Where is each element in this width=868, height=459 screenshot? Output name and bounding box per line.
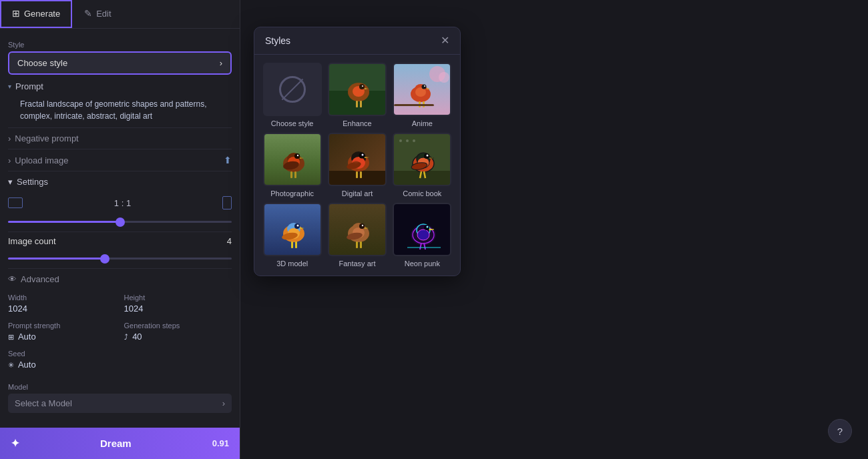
- dream-label: Dream: [100, 438, 132, 449]
- generation-steps-field: Generation steps ⤴ 40: [124, 322, 232, 342]
- dimensions-row: Width 1024 Height 1024: [8, 290, 232, 318]
- width-value[interactable]: 1024: [8, 304, 116, 314]
- svg-point-16: [422, 85, 427, 89]
- svg-point-54: [399, 139, 402, 142]
- eye-icon: 👁: [8, 274, 17, 284]
- svg-rect-66: [295, 242, 297, 248]
- style-card-neon[interactable]: Neon punk: [393, 203, 452, 268]
- image-count-row: Image count 4: [8, 232, 232, 248]
- style-card-comic-book[interactable]: Comic book: [393, 133, 452, 197]
- prompt-strength-field: Prompt strength ⊞ Auto: [8, 322, 116, 342]
- style-card-digital-art[interactable]: Digital art: [327, 133, 387, 197]
- svg-point-38: [361, 154, 363, 156]
- svg-rect-41: [356, 171, 358, 178]
- image-count-slider[interactable]: [8, 258, 232, 260]
- svg-rect-76: [360, 242, 362, 248]
- style-digital-art-image: [328, 133, 387, 186]
- right-area: Styles ✕ Choose style: [240, 0, 868, 459]
- style-3d-label: 3D model: [276, 260, 308, 268]
- seed-label: Seed: [8, 350, 116, 358]
- tab-generate[interactable]: ⊞ Generate: [0, 0, 72, 28]
- svg-point-71: [359, 223, 365, 229]
- generation-steps-label: Generation steps: [124, 322, 232, 330]
- svg-rect-8: [356, 101, 358, 107]
- seed-field: Seed ✳ Auto: [8, 350, 116, 370]
- model-selector[interactable]: Select a Model ›: [8, 394, 232, 413]
- settings-section: ▾ Settings 1 : 1 Image count 4: [8, 171, 232, 417]
- prompt-strength-value: ⊞ Auto: [8, 332, 116, 342]
- svg-rect-21: [394, 104, 434, 106]
- svg-rect-42: [360, 171, 362, 178]
- settings-header[interactable]: ▾ Settings: [8, 171, 232, 192]
- aspect-landscape-icon[interactable]: [8, 197, 23, 208]
- panel-content: Style Choose style › ▾ Prompt Fractal la…: [0, 29, 240, 428]
- aspect-icons-right: [222, 196, 232, 209]
- prompt-chevron-icon: ▾: [8, 83, 11, 90]
- chevron-right-icon: ›: [220, 58, 222, 68]
- style-card-fantasy[interactable]: Fantasy art: [327, 203, 387, 268]
- svg-point-49: [427, 155, 429, 157]
- style-selector[interactable]: Choose style ›: [8, 51, 232, 75]
- svg-point-55: [406, 139, 409, 142]
- style-photographic-label: Photographic: [270, 189, 314, 197]
- svg-point-56: [413, 139, 415, 142]
- generation-steps-text: 40: [132, 332, 142, 342]
- svg-point-62: [296, 225, 298, 227]
- help-button[interactable]: ?: [828, 419, 852, 443]
- svg-rect-44: [394, 171, 451, 186]
- generation-steps-value: ⤴ 40: [124, 332, 232, 342]
- height-value[interactable]: 1024: [124, 304, 232, 314]
- styles-modal: Styles ✕ Choose style: [254, 27, 461, 276]
- style-card-enhance[interactable]: Enhance: [327, 63, 387, 127]
- svg-point-26: [294, 153, 300, 159]
- svg-point-17: [424, 85, 425, 87]
- upload-image-row[interactable]: › Upload image ⬆: [8, 149, 232, 171]
- tab-edit-label: Edit: [96, 9, 111, 19]
- style-card-none[interactable]: Choose style: [262, 63, 322, 127]
- modal-close-button[interactable]: ✕: [441, 35, 449, 46]
- svg-point-72: [362, 225, 363, 226]
- svg-rect-75: [356, 242, 358, 248]
- advanced-row[interactable]: 👁 Advanced: [8, 268, 232, 290]
- prompt-text[interactable]: Fractal landscape of geometric shapes an…: [8, 95, 232, 127]
- style-neon-label: Neon punk: [405, 260, 440, 268]
- settings-label: Settings: [17, 177, 48, 187]
- height-label: Height: [124, 294, 232, 302]
- style-comic-book-image: [393, 133, 451, 186]
- seed-value: ✳ Auto: [8, 360, 116, 370]
- negative-prompt-row[interactable]: › Negative prompt: [8, 127, 232, 149]
- style-label: Style: [8, 41, 232, 49]
- dream-button[interactable]: ✦ Dream 0.91: [0, 428, 240, 459]
- svg-rect-65: [291, 242, 293, 248]
- style-card-3d[interactable]: 3D model: [262, 203, 322, 268]
- settings-chevron-icon: ▾: [8, 177, 13, 187]
- model-chevron-icon: ›: [222, 398, 225, 408]
- width-label: Width: [8, 294, 116, 302]
- style-anime-image: [393, 63, 451, 116]
- style-digital-art-label: Digital art: [342, 189, 373, 197]
- image-count-slider-container: [8, 248, 232, 268]
- no-style-icon: [279, 76, 306, 103]
- svg-point-12: [439, 72, 449, 83]
- style-fantasy-label: Fantasy art: [339, 260, 375, 268]
- prompt-strength-label: Prompt strength: [8, 322, 116, 330]
- style-card-photographic[interactable]: Photographic: [262, 133, 322, 197]
- modal-header: Styles ✕: [254, 27, 460, 55]
- generate-icon: ⊞: [12, 8, 20, 19]
- style-none-image: [263, 63, 322, 116]
- strength-steps-row: Prompt strength ⊞ Auto Generation steps …: [8, 318, 232, 346]
- aspect-ratio-slider[interactable]: [8, 221, 232, 223]
- aspect-portrait-icon[interactable]: [222, 196, 232, 209]
- advanced-label: Advanced: [21, 274, 59, 284]
- prompt-section-header[interactable]: ▾ Prompt: [8, 75, 232, 95]
- aspect-slider-container: [8, 211, 232, 232]
- image-count-label: Image count: [8, 236, 56, 246]
- model-value: Select a Model: [15, 398, 72, 408]
- aspect-ratio-label: 1 : 1: [114, 198, 131, 208]
- prompt-label: Prompt: [15, 81, 43, 91]
- style-enhance-image: [328, 63, 387, 116]
- dream-cost: 0.91: [212, 438, 229, 448]
- tab-edit[interactable]: ✎ Edit: [72, 0, 123, 28]
- style-card-anime[interactable]: Anime: [393, 63, 452, 127]
- style-value: Choose style: [17, 58, 67, 68]
